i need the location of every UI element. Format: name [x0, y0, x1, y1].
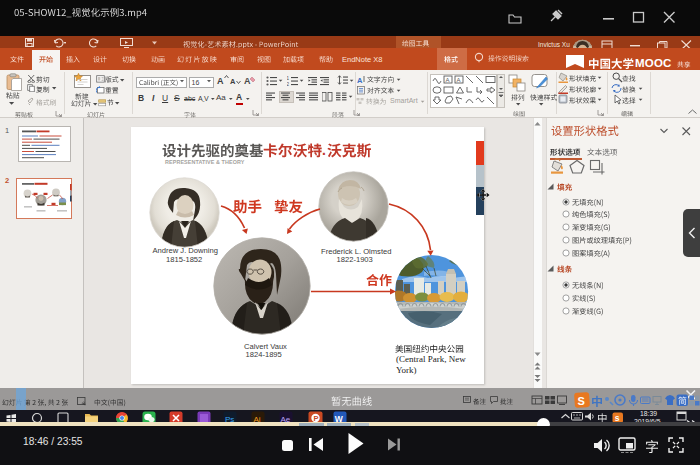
svg-text:A: A	[446, 77, 450, 83]
svg-text:2: 2	[287, 82, 290, 87]
svg-text:1: 1	[287, 76, 290, 81]
svg-text:A: A	[457, 77, 461, 83]
svg-text:S: S	[578, 395, 585, 407]
svg-text:A: A	[244, 76, 251, 86]
svg-text:A: A	[357, 76, 363, 85]
